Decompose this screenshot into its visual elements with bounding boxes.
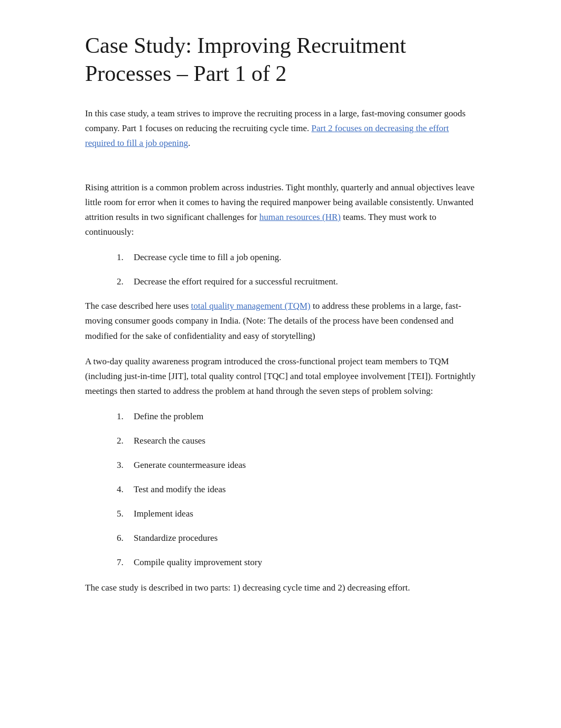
list-text: Research the causes	[134, 434, 205, 448]
tqm-paragraph: The case described here uses total quali…	[85, 299, 476, 343]
list-text: Standardize procedures	[134, 531, 218, 546]
list-text: Generate countermeasure ideas	[134, 458, 246, 473]
list-item: 2. Research the causes	[117, 434, 476, 448]
list-num: 1.	[117, 250, 134, 265]
spacer	[85, 159, 476, 180]
list-item: 4. Test and modify the ideas	[117, 482, 476, 497]
list-num: 7.	[117, 555, 134, 570]
list-num: 2.	[117, 434, 134, 448]
list-num: 2.	[117, 274, 134, 289]
list-text: Decrease cycle time to fill a job openin…	[134, 250, 281, 265]
list-item: 6. Standardize procedures	[117, 531, 476, 546]
list-item: 1. Decrease cycle time to fill a job ope…	[117, 250, 476, 265]
list-num: 5.	[117, 506, 134, 521]
tqm-link[interactable]: total quality management (TQM)	[191, 301, 311, 311]
list-item: 3. Generate countermeasure ideas	[117, 458, 476, 473]
list-text: Decrease the effort required for a succe…	[134, 274, 338, 289]
list-text: Implement ideas	[134, 506, 193, 521]
closing-paragraph: The case study is described in two parts…	[85, 580, 476, 595]
list-num: 1.	[117, 409, 134, 424]
intro-paragraph: In this case study, a team strives to im…	[85, 106, 476, 151]
list-text: Compile quality improvement story	[134, 555, 262, 570]
page-title: Case Study: Improving Recruitment Proces…	[85, 32, 476, 87]
list-item: 2. Decrease the effort required for a su…	[117, 274, 476, 289]
challenges-list: 1. Decrease cycle time to fill a job ope…	[117, 250, 476, 289]
list-text: Define the problem	[134, 409, 203, 424]
attrition-paragraph: Rising attrition is a common problem acr…	[85, 180, 476, 239]
list-num: 6.	[117, 531, 134, 546]
page-container: Case Study: Improving Recruitment Proces…	[43, 0, 518, 648]
list-item: 7. Compile quality improvement story	[117, 555, 476, 570]
list-item: 1. Define the problem	[117, 409, 476, 424]
hr-link[interactable]: human resources (HR)	[259, 212, 341, 222]
seven-steps-list: 1. Define the problem 2. Research the ca…	[117, 409, 476, 570]
list-item: 5. Implement ideas	[117, 506, 476, 521]
intro-text-period: .	[188, 138, 190, 148]
list-num: 4.	[117, 482, 134, 497]
list-num: 3.	[117, 458, 134, 473]
tqm-text-1: The case described here uses	[85, 301, 191, 311]
list-text: Test and modify the ideas	[134, 482, 226, 497]
awareness-paragraph: A two-day quality awareness program intr…	[85, 354, 476, 399]
